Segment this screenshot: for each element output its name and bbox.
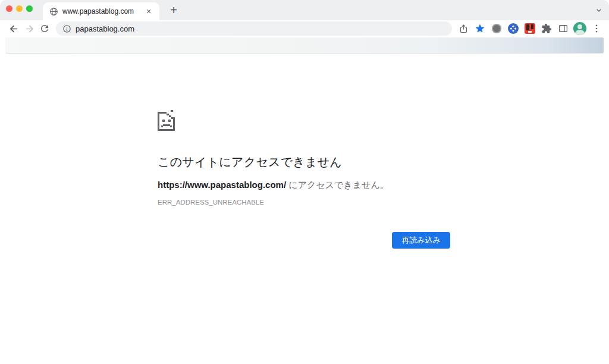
tab-title: www.papastablog.com (62, 7, 144, 15)
share-icon[interactable] (457, 22, 470, 35)
reload-icon[interactable] (37, 21, 52, 36)
back-icon[interactable] (6, 21, 21, 36)
extension-gray-circle-icon[interactable] (490, 22, 503, 35)
toolbar-actions (457, 22, 603, 35)
browser-toolbar: papastablog.com (0, 20, 609, 37)
bookmark-star-icon[interactable] (473, 22, 486, 35)
error-message-suffix: にアクセスできません。 (288, 180, 389, 190)
side-panel-icon[interactable] (557, 22, 570, 35)
active-tab[interactable]: www.papastablog.com × (43, 2, 159, 20)
chevron-down-icon[interactable] (594, 5, 604, 15)
address-bar[interactable]: papastablog.com (56, 21, 452, 36)
info-icon[interactable] (62, 24, 71, 33)
new-tab-button[interactable]: + (167, 3, 181, 17)
error-title: このサイトにアクセスできません (158, 154, 450, 170)
extension-red-square-icon[interactable] (523, 22, 536, 35)
url-text[interactable]: papastablog.com (76, 24, 134, 33)
minimize-window-button[interactable] (16, 5, 23, 12)
tab-strip: www.papastablog.com × + (0, 0, 609, 20)
close-tab-icon[interactable]: × (144, 7, 153, 16)
window-controls (6, 5, 33, 12)
button-row: 再読み込み (158, 232, 450, 249)
menu-dots-icon[interactable] (590, 22, 603, 35)
zoom-window-button[interactable] (26, 5, 33, 12)
extension-blue-circle-icon[interactable] (507, 22, 520, 35)
forward-icon[interactable] (21, 21, 37, 36)
sad-file-icon (158, 110, 175, 133)
reload-page-button[interactable]: 再読み込み (392, 232, 450, 249)
failed-url: https://www.papastablog.com/ (158, 180, 286, 190)
error-code: ERR_ADDRESS_UNREACHABLE (158, 199, 450, 206)
profile-avatar[interactable] (573, 22, 586, 35)
error-page: このサイトにアクセスできません https://www.papastablog.… (0, 54, 450, 249)
extensions-puzzle-icon[interactable] (540, 22, 553, 35)
globe-icon (49, 7, 58, 16)
stale-page-band (5, 37, 604, 54)
close-window-button[interactable] (6, 5, 12, 12)
error-description: https://www.papastablog.com/ にアクセスできません。 (158, 180, 450, 191)
browser-window: www.papastablog.com × + (0, 0, 609, 364)
